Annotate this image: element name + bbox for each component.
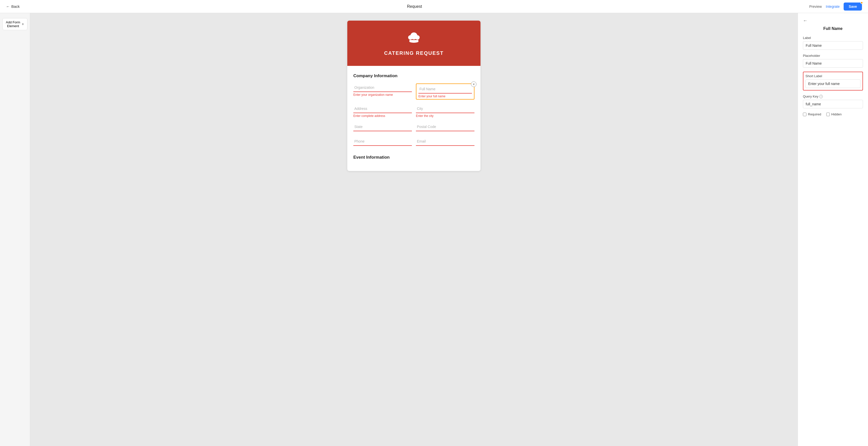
panel-label-input[interactable] <box>803 41 863 50</box>
required-checkbox[interactable] <box>803 113 806 116</box>
address-input[interactable] <box>353 105 412 113</box>
back-label: Back <box>11 4 20 8</box>
form-card: CATERING REQUEST Company Information Ent… <box>347 21 480 171</box>
full-name-field[interactable]: × Enter your full name <box>416 84 474 99</box>
main-canvas: CATERING REQUEST Company Information Ent… <box>30 13 798 446</box>
state-field <box>353 123 412 132</box>
query-key-info-icon[interactable]: i <box>819 95 823 98</box>
layout: Add Form Element + <box>0 0 868 446</box>
integrate-button[interactable]: Integrate <box>826 4 840 8</box>
event-info-section-title: Event Information <box>353 155 474 160</box>
save-button[interactable]: Save <box>844 2 862 10</box>
notification-dot <box>861 1 863 4</box>
email-input[interactable] <box>416 137 474 146</box>
page-title: Request <box>407 4 422 9</box>
preview-button[interactable]: Preview <box>809 4 822 8</box>
phone-input[interactable] <box>353 137 412 146</box>
svg-point-3 <box>408 35 413 40</box>
close-active-field-button[interactable]: × <box>471 82 476 87</box>
nav-actions: Preview Integrate Save <box>809 2 862 10</box>
panel-label-text: Label <box>803 36 863 40</box>
panel-placeholder-text: Placeholder <box>803 54 863 58</box>
top-nav: ← Back Request Preview Integrate Save <box>0 0 868 13</box>
phone-field <box>353 137 412 147</box>
panel-query-key-text: Query Key i <box>803 94 863 98</box>
panel-query-key-input[interactable] <box>803 100 863 108</box>
organization-hint: Enter your organization name <box>353 93 412 96</box>
email-field <box>416 137 474 147</box>
left-sidebar: Add Form Element + <box>0 13 30 446</box>
svg-point-4 <box>415 35 420 40</box>
city-hint: Enter the city <box>416 114 474 118</box>
back-button[interactable]: ← Back <box>6 4 20 8</box>
panel-placeholder-input[interactable] <box>803 59 863 68</box>
postal-code-field <box>416 123 474 132</box>
chef-hat-icon <box>406 30 422 48</box>
panel-back-button[interactable]: ← <box>803 18 807 23</box>
form-body: Company Information Enter your organizat… <box>347 66 480 171</box>
checkboxes-row: Required Hidden <box>803 112 863 116</box>
panel-short-label-group: Short Label <box>803 72 863 90</box>
panel-short-label-text: Short Label <box>805 74 861 78</box>
city-field: Enter the city <box>416 105 474 118</box>
address-hint: Enter complete address <box>353 114 412 118</box>
back-arrow-icon: ← <box>6 4 10 8</box>
organization-input[interactable] <box>353 84 412 92</box>
city-input[interactable] <box>416 105 474 113</box>
fields-grid: Enter your organization name × Enter you… <box>353 84 474 147</box>
panel-query-key-group: Query Key i <box>803 94 863 108</box>
form-header-title: CATERING REQUEST <box>384 50 443 56</box>
panel-short-label-input[interactable] <box>805 80 861 88</box>
organization-field: Enter your organization name <box>353 84 412 99</box>
panel-placeholder-group: Placeholder <box>803 54 863 68</box>
hidden-checkbox[interactable] <box>826 113 830 116</box>
hidden-checkbox-label[interactable]: Hidden <box>826 112 842 116</box>
right-panel: ← Full Name Label Placeholder Short Labe… <box>798 13 868 446</box>
plus-icon: + <box>22 22 24 26</box>
state-input[interactable] <box>353 123 412 131</box>
add-form-text: Add Form Element <box>6 20 20 28</box>
panel-label-group: Label <box>803 36 863 50</box>
form-header: CATERING REQUEST <box>347 21 480 66</box>
full-name-input[interactable] <box>418 85 472 93</box>
svg-rect-1 <box>409 40 418 42</box>
address-field: Enter complete address <box>353 105 412 118</box>
company-info-section-title: Company Information <box>353 73 474 79</box>
add-form-element-button[interactable]: Add Form Element + <box>2 18 27 30</box>
full-name-hint: Enter your full name <box>418 94 472 98</box>
panel-title: Full Name <box>803 26 863 31</box>
required-checkbox-label[interactable]: Required <box>803 112 821 116</box>
postal-code-input[interactable] <box>416 123 474 131</box>
